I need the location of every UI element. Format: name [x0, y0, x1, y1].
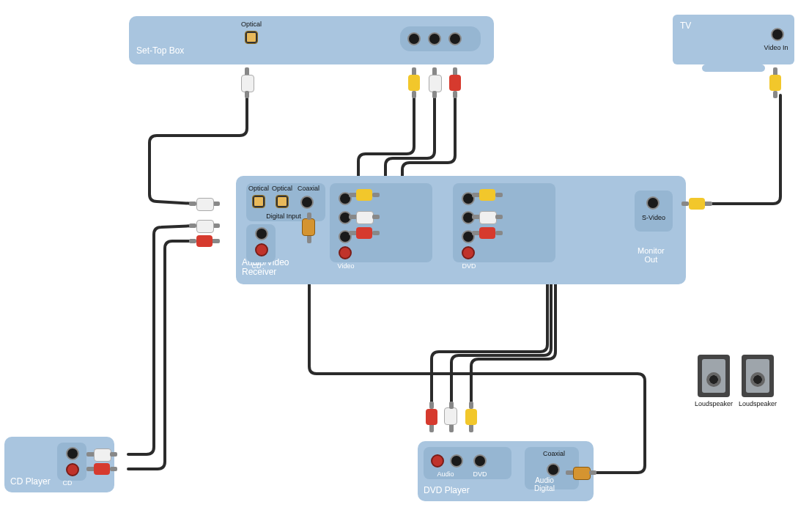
- cdplayer-l-port: [66, 447, 79, 460]
- settop-optical-label: Optical: [239, 21, 264, 28]
- dvdplayer-svideo-port: [473, 454, 487, 468]
- cdplayer-label: CD Player: [10, 476, 51, 487]
- settop-box-panel: Set-Top Box Optical: [129, 16, 494, 64]
- receiver-cd-r-port: [255, 243, 268, 256]
- rca-plug-white-cd-out: [86, 448, 117, 460]
- rca-plug-red-cd-in: [189, 235, 220, 247]
- settop-video-y-port: [407, 32, 421, 45]
- rca-plug-yellow-video-in: [349, 189, 380, 201]
- dvdplayer-dvd-label: DVD: [469, 470, 491, 478]
- receiver-dvd-r-port: [462, 246, 475, 259]
- receiver-coaxial-port: [300, 196, 314, 209]
- receiver-cd-l-port: [255, 227, 268, 240]
- cdplayer-cd-label: CD: [60, 479, 75, 487]
- coaxial-plug-dvd-out: [566, 467, 596, 479]
- tv-stand: [702, 64, 765, 72]
- tv-panel: TV Video In: [673, 15, 794, 64]
- rca-plug-white-video-in: [349, 211, 380, 223]
- tv-video-in-label: Video In: [761, 44, 791, 51]
- tv-video-in-port: [771, 28, 784, 41]
- loudspeaker-right-label: Loudspeaker: [734, 400, 781, 407]
- rca-plug-red-dvd-out: [426, 402, 437, 432]
- receiver-coaxial-label: Coaxial: [296, 185, 321, 192]
- settop-audio-w-port: [428, 32, 441, 45]
- dvdplayer-coaxial-port: [547, 463, 560, 476]
- settop-label: Set-Top Box: [136, 45, 184, 56]
- rca-plug-white-cd-in: [189, 220, 220, 232]
- receiver-cd-label2: CD: [249, 262, 264, 270]
- receiver-video-label: Video: [331, 262, 361, 270]
- rca-plug-yellow-monitor-out: [681, 198, 712, 210]
- rca-plug-red-video-in: [349, 227, 380, 239]
- receiver-dvd-label: DVD: [454, 262, 484, 270]
- rca-plug-yellow-dvd-in: [472, 189, 503, 201]
- rca-plug-yellow-tv-in: [769, 67, 781, 98]
- rca-plug-yellow-settop: [408, 67, 420, 98]
- receiver-optical1-label: Optical: [248, 185, 270, 192]
- dvdplayer-label: DVD Player: [424, 485, 470, 495]
- rca-plug-white-dvd-out: [446, 402, 457, 432]
- optical-plug-receiver: [189, 198, 220, 210]
- receiver-monitor-out-port: [646, 196, 660, 210]
- coaxial-plug-receiver: [303, 213, 315, 243]
- receiver-digitalinput-label: Digital Input: [258, 213, 309, 220]
- loudspeaker-right: [742, 355, 774, 397]
- receiver-optical2-label: Optical: [271, 185, 293, 192]
- rca-plug-white-settop: [429, 67, 440, 98]
- dvdplayer-coaxial-label: Coaxial: [539, 450, 569, 457]
- tv-label: TV: [680, 21, 691, 31]
- optical-plug-settop: [241, 67, 253, 98]
- rca-plug-red-settop: [449, 67, 461, 98]
- settop-optical-port: [245, 31, 258, 44]
- rca-plug-yellow-dvd-out: [465, 402, 477, 432]
- receiver-optical2-port: [276, 195, 289, 208]
- loudspeaker-left-label: Loudspeaker: [690, 400, 737, 407]
- dvdplayer-audio-label: Audio: [431, 470, 460, 478]
- rca-plug-red-cd-out: [86, 463, 117, 475]
- rca-plug-red-dvd-in: [472, 227, 503, 239]
- receiver-monitorout-label: Monitor Out: [638, 246, 665, 264]
- dvdplayer-audio-r-port: [431, 454, 444, 468]
- receiver-svideo-label: S-Video: [636, 214, 671, 221]
- dvdplayer-audio-l-port: [450, 454, 463, 468]
- settop-audio-r-port: [448, 32, 462, 45]
- cdplayer-r-port: [66, 463, 79, 476]
- loudspeaker-left: [698, 355, 730, 397]
- dvdplayer-audiodigital-label: Audio Digital: [526, 476, 563, 492]
- receiver-optical1-port: [252, 195, 265, 208]
- rca-plug-white-dvd-in: [472, 211, 503, 223]
- receiver-video-r-port: [339, 246, 352, 259]
